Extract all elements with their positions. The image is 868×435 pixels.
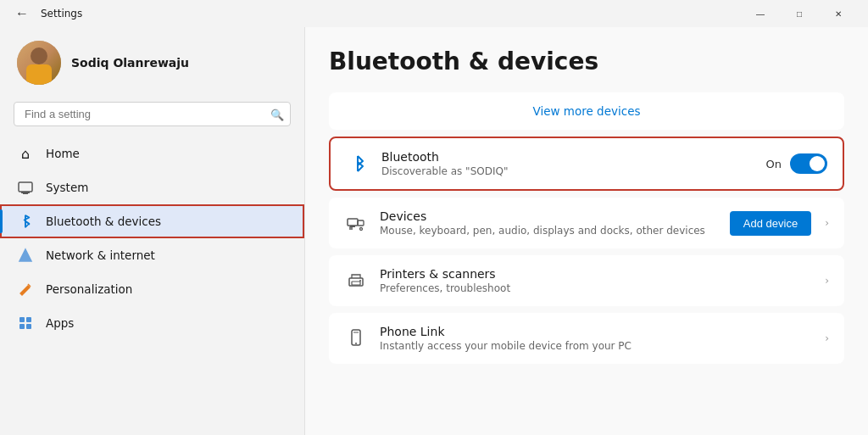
sidebar-item-label: Home	[46, 147, 80, 160]
svg-point-14	[359, 280, 361, 282]
avatar-image	[17, 41, 61, 85]
sidebar: Sodiq Olanrewaju 🔍 Home Sys	[0, 27, 305, 435]
svg-rect-0	[19, 182, 32, 192]
bluetooth-title: Bluetooth	[381, 150, 754, 164]
home-icon	[17, 145, 34, 162]
printers-icon	[344, 269, 368, 293]
system-icon	[17, 179, 34, 196]
sidebar-item-label: Personalization	[46, 282, 132, 296]
sidebar-item-label: System	[46, 181, 88, 194]
view-more-devices-row[interactable]: View more devices	[329, 92, 844, 130]
svg-rect-13	[352, 282, 360, 285]
view-more-link[interactable]: View more devices	[533, 104, 641, 118]
network-icon	[17, 247, 34, 264]
sidebar-item-bluetooth[interactable]: Bluetooth & devices	[0, 204, 304, 238]
bluetooth-control: On	[766, 153, 827, 174]
phone-link-card: Phone Link Instantly access your mobile …	[329, 313, 844, 364]
printers-title: Printers & scanners	[380, 267, 808, 281]
phone-link-icon	[344, 326, 368, 350]
sidebar-item-label: Apps	[46, 316, 74, 330]
svg-rect-7	[26, 324, 31, 329]
apps-icon	[17, 315, 34, 332]
phone-link-text: Phone Link Instantly access your mobile …	[380, 325, 808, 352]
printers-card: Printers & scanners Preferences, trouble…	[329, 255, 844, 306]
chevron-right-icon: ›	[825, 332, 829, 344]
bluetooth-state-label: On	[766, 158, 782, 170]
devices-icon	[344, 211, 368, 235]
devices-text: Devices Mouse, keyboard, pen, audio, dis…	[380, 209, 718, 237]
svg-marker-3	[19, 249, 31, 261]
chevron-right-icon: ›	[825, 275, 829, 287]
minimize-button[interactable]: —	[741, 0, 780, 27]
svg-point-16	[355, 343, 357, 344]
add-device-button[interactable]: Add device	[730, 211, 811, 236]
bluetooth-icon	[17, 213, 34, 230]
avatar-person	[23, 47, 55, 85]
svg-rect-2	[23, 193, 28, 194]
printers-row[interactable]: Printers & scanners Preferences, trouble…	[329, 255, 844, 306]
titlebar-controls: — □ ✕	[741, 0, 858, 27]
bluetooth-toggle[interactable]	[790, 153, 827, 174]
sidebar-item-label: Network & internet	[46, 248, 155, 262]
sidebar-item-label: Bluetooth & devices	[46, 215, 161, 228]
sidebar-item-system[interactable]: System	[0, 170, 304, 204]
svg-rect-5	[26, 317, 31, 322]
bluetooth-subtitle: Discoverable as "SODIQ"	[381, 165, 754, 177]
sidebar-item-home[interactable]: Home	[0, 137, 304, 170]
svg-rect-1	[21, 192, 30, 193]
app-body: Sodiq Olanrewaju 🔍 Home Sys	[0, 27, 868, 435]
page-title: Bluetooth & devices	[329, 47, 844, 75]
bluetooth-row[interactable]: Bluetooth Discoverable as "SODIQ" On	[331, 138, 843, 189]
search-input[interactable]	[14, 102, 291, 126]
personalization-icon	[17, 281, 34, 298]
svg-rect-8	[348, 219, 358, 226]
close-button[interactable]: ✕	[819, 0, 858, 27]
phone-link-subtitle: Instantly access your mobile device from…	[380, 340, 808, 352]
bluetooth-setting-icon	[346, 152, 370, 176]
sidebar-item-network[interactable]: Network & internet	[0, 238, 304, 272]
phone-link-title: Phone Link	[380, 325, 808, 338]
bluetooth-text: Bluetooth Discoverable as "SODIQ"	[381, 150, 754, 177]
search-icon: 🔍	[270, 108, 284, 120]
search-box: 🔍	[14, 102, 291, 126]
svg-rect-9	[358, 220, 364, 226]
maximize-button[interactable]: □	[780, 0, 819, 27]
main-content: Bluetooth & devices View more devices Bl…	[305, 27, 868, 435]
devices-card: Devices Mouse, keyboard, pen, audio, dis…	[329, 198, 844, 248]
devices-control: Add device ›	[730, 211, 829, 236]
user-name: Sodiq Olanrewaju	[71, 56, 189, 70]
titlebar-left: ← Settings	[10, 4, 82, 23]
svg-rect-4	[19, 317, 25, 322]
printers-subtitle: Preferences, troubleshoot	[380, 282, 808, 294]
titlebar-title: Settings	[41, 8, 82, 20]
bluetooth-card: Bluetooth Discoverable as "SODIQ" On	[329, 137, 844, 191]
printers-text: Printers & scanners Preferences, trouble…	[380, 267, 808, 294]
devices-row[interactable]: Devices Mouse, keyboard, pen, audio, dis…	[329, 198, 844, 248]
svg-point-11	[360, 228, 363, 231]
avatar	[17, 41, 61, 85]
svg-rect-6	[19, 324, 25, 329]
phone-link-row[interactable]: Phone Link Instantly access your mobile …	[329, 313, 844, 364]
view-more-card[interactable]: View more devices	[329, 92, 844, 130]
nav-list: Home System	[0, 137, 304, 340]
devices-subtitle: Mouse, keyboard, pen, audio, displays an…	[380, 225, 718, 237]
back-button[interactable]: ←	[10, 4, 34, 23]
devices-title: Devices	[380, 209, 718, 223]
chevron-right-icon: ›	[825, 217, 829, 229]
user-profile[interactable]: Sodiq Olanrewaju	[0, 27, 304, 98]
sidebar-item-apps[interactable]: Apps	[0, 306, 304, 340]
titlebar: ← Settings — □ ✕	[0, 0, 868, 27]
sidebar-item-personalization[interactable]: Personalization	[0, 272, 304, 306]
